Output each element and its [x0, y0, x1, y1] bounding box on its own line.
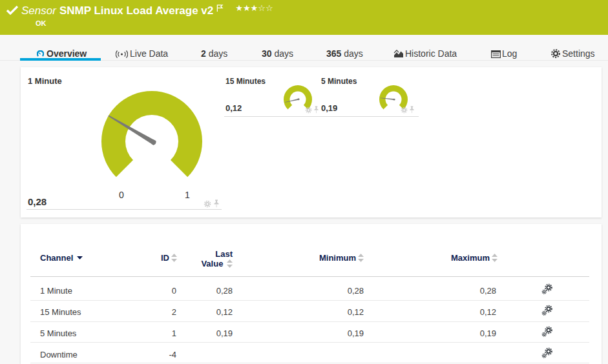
tab-2-days[interactable]: 2 days [201, 48, 227, 59]
cell-last-value: 0,12 [174, 307, 233, 317]
cell-minimum: 0,12 [306, 307, 364, 317]
tab-live-data[interactable]: Live Data [130, 48, 168, 59]
sensor-page: Sensor SNMP Linux Load Average v2 ★★★☆☆ … [0, 0, 608, 364]
settings-gear-icon [551, 49, 560, 58]
gauge-1min-value: 0,28 [28, 196, 47, 207]
cell-id: -4 [118, 350, 176, 359]
col-header-id[interactable]: ID [119, 253, 177, 263]
channel-settings-icon[interactable] [541, 326, 553, 338]
gauge-1min-gear-icon[interactable] [204, 200, 211, 208]
channel-settings-icon[interactable] [541, 283, 553, 295]
sort-icon [358, 254, 364, 262]
flag-icon[interactable] [216, 5, 224, 12]
table-row-divider [30, 300, 589, 301]
cell-maximum: 0,12 [438, 307, 496, 317]
gauge-15min-gear-icon[interactable] [305, 106, 312, 114]
priority-stars[interactable]: ★★★☆☆ [235, 4, 273, 13]
cell-channel: 5 Minutes [40, 329, 76, 338]
tab-settings[interactable]: Settings [562, 48, 595, 59]
cell-last-value: 0,19 [174, 329, 233, 338]
cell-minimum: 0,19 [306, 329, 364, 338]
gauge-15min-value: 0,12 [225, 103, 242, 113]
cell-maximum: 0,28 [438, 286, 496, 296]
gauge-1min-title: 1 Minute [28, 76, 62, 86]
table-row-divider [30, 363, 589, 363]
cell-channel: 1 Minute [40, 286, 72, 296]
table-row-divider [30, 321, 589, 322]
gauge-5min-divider [320, 116, 419, 117]
gauge-1min-tick-min: 0 [117, 190, 126, 200]
cell-channel: 15 Minutes [40, 307, 81, 317]
col-header-minimum[interactable]: Minimum [306, 253, 364, 263]
gauge-15min-title: 15 Minutes [225, 77, 266, 86]
tab-historic-data[interactable]: Historic Data [405, 48, 457, 59]
gauges-panel: 1 Minute 0 1 0,28 15 Minutes [21, 67, 602, 217]
cell-maximum: 0,19 [438, 329, 496, 338]
cell-id: 0 [118, 286, 176, 296]
gauge-1min-tick-max: 1 [183, 190, 192, 200]
historic-data-icon [393, 50, 404, 58]
channel-settings-icon[interactable] [541, 347, 553, 359]
sensor-kind-label: Sensor [21, 5, 56, 17]
sensor-header: Sensor SNMP Linux Load Average v2 ★★★☆☆ … [0, 0, 608, 35]
gauge-1min-chart [97, 86, 207, 196]
tab-30-days[interactable]: 30 days [262, 48, 293, 59]
cell-last-value: 0,28 [174, 286, 233, 296]
gauge-15min-pin-icon[interactable] [313, 106, 319, 114]
sort-desc-icon [77, 256, 83, 259]
gauge-1min-pin-icon[interactable] [213, 199, 220, 208]
status-check-icon [6, 5, 19, 15]
cell-channel: Downtime [40, 350, 78, 359]
gauge-5min-gear-icon[interactable] [401, 106, 408, 114]
gauge-5min-title: 5 Minutes [321, 77, 357, 86]
cell-id: 2 [118, 307, 176, 317]
gauge-15min-divider [224, 116, 320, 117]
gauge-5min-pin-icon[interactable] [409, 106, 415, 114]
live-data-icon [116, 50, 128, 58]
gauge-5min-value: 0,19 [321, 103, 337, 113]
table-row-divider [30, 342, 589, 343]
table-header-divider [30, 276, 589, 277]
sensor-title: SNMP Linux Load Average v2 [59, 5, 213, 17]
tab-365-days[interactable]: 365 days [326, 48, 363, 59]
channels-panel: Channel ID Last Value Minimum Maximum 1 … [21, 224, 602, 364]
col-header-maximum[interactable]: Maximum [439, 253, 498, 263]
channel-settings-icon[interactable] [541, 305, 553, 316]
tab-log[interactable]: Log [502, 48, 517, 59]
tab-bar: Overview Live Data 2 days 30 days 365 da… [0, 35, 608, 61]
cell-minimum: 0,28 [306, 286, 364, 296]
sort-icon [492, 254, 498, 262]
col-header-last-value[interactable]: Last Value [174, 249, 233, 268]
log-icon [491, 50, 501, 58]
sort-icon [227, 259, 233, 268]
active-tab-underline [20, 58, 101, 61]
sensor-status-badge: OK [36, 19, 47, 27]
col-header-channel[interactable]: Channel [40, 253, 83, 263]
gauge-1min-divider [26, 209, 222, 210]
tab-overview[interactable]: Overview [47, 48, 87, 59]
gauge-icon [37, 50, 44, 57]
cell-id: 1 [118, 329, 176, 338]
